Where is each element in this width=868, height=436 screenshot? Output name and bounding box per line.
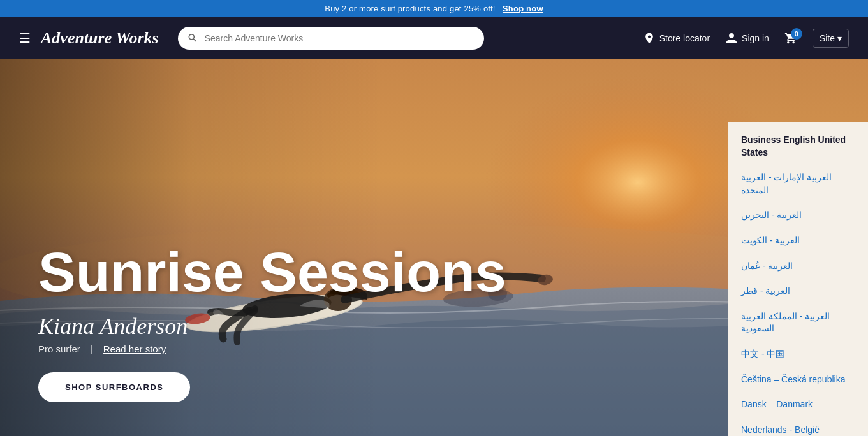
sign-in-label: Sign in [742, 33, 769, 43]
hamburger-button[interactable]: ☰ [19, 31, 31, 46]
cart-badge: 0 [791, 28, 802, 40]
shop-surfboards-button[interactable]: SHOP SURFBOARDS [38, 372, 190, 402]
athlete-info: Pro surfer | Read her story [38, 344, 506, 354]
hero-section: Sunrise Sessions Kiana Anderson Pro surf… [0, 59, 868, 436]
nav-actions: Store locator Sign in 0 Site ▾ [643, 29, 849, 48]
hero-title: Sunrise Sessions [38, 244, 506, 300]
store-locator-button[interactable]: Store locator [643, 32, 710, 45]
chevron-down-icon: ▾ [837, 33, 842, 43]
promo-banner: Buy 2 or more surf products and get 25% … [0, 0, 868, 17]
site-option-chinese-china[interactable]: 中文 - 中国 [728, 342, 868, 367]
athlete-name: Kiana Anderson [38, 313, 506, 340]
hamburger-icon: ☰ [19, 31, 31, 46]
site-label: Site [820, 33, 835, 43]
athlete-role: Pro surfer [38, 344, 80, 354]
promo-link[interactable]: Shop now [503, 4, 543, 13]
site-dropdown: Business English United Statesالعربية ال… [728, 122, 868, 436]
site-option-arabic-saudi[interactable]: العربية - المملكة العربية السعودية [728, 304, 868, 342]
location-icon [643, 32, 656, 45]
divider: | [91, 344, 93, 354]
site-option-dutch-belgium[interactable]: Nederlands - België [728, 418, 868, 436]
site-option-arabic-kuwait[interactable]: العربية - الكويت [728, 228, 868, 254]
cart-button[interactable]: 0 [784, 32, 797, 45]
header: ☰ Adventure Works Store locator Sign in … [0, 17, 868, 59]
search-input[interactable] [178, 27, 484, 50]
site-option-arabic-bahrain[interactable]: العربية - البحرين [728, 203, 868, 228]
promo-text: Buy 2 or more surf products and get 25% … [325, 4, 495, 13]
site-option-danish[interactable]: Dansk – Danmark [728, 392, 868, 418]
search-container [178, 27, 484, 50]
logo[interactable]: Adventure Works [41, 29, 159, 48]
search-icon [187, 32, 197, 44]
sign-in-button[interactable]: Sign in [725, 32, 769, 45]
site-option-business-english-us[interactable]: Business English United States [728, 127, 868, 165]
site-option-arabic-oman[interactable]: العربية - عُمان [728, 254, 868, 279]
read-story-link[interactable]: Read her story [103, 344, 166, 354]
store-locator-label: Store locator [659, 33, 710, 43]
site-selector-button[interactable]: Site ▾ [813, 29, 849, 48]
site-option-arabic-qatar[interactable]: العربية - قطر [728, 279, 868, 304]
hero-content: Sunrise Sessions Kiana Anderson Pro surf… [38, 244, 506, 402]
user-icon [725, 32, 738, 45]
site-option-arabic-uae[interactable]: العربية الإمارات - العربية المتحدة [728, 165, 868, 203]
site-option-czech[interactable]: Čeština – Česká republika [728, 367, 868, 393]
